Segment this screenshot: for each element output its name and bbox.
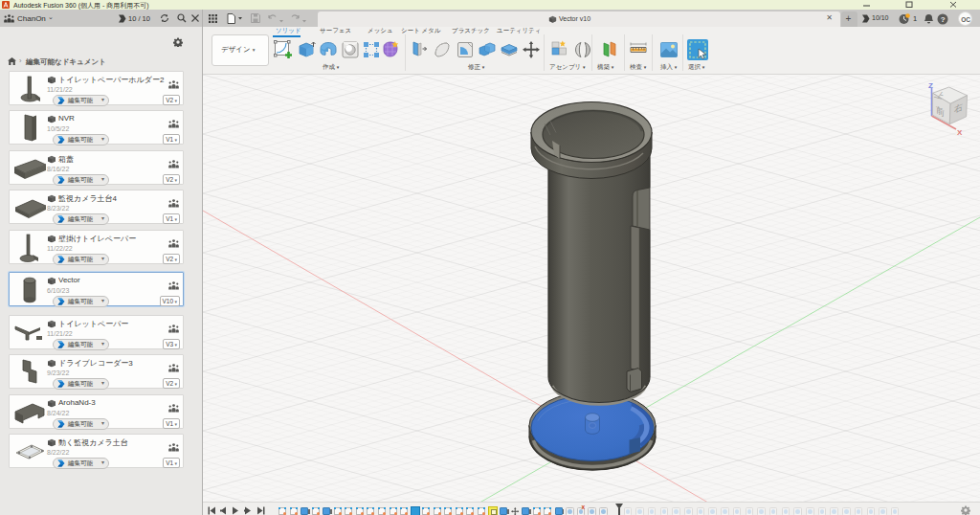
svg-text:X: X [957,128,963,137]
svg-text:Z: Z [928,81,933,90]
svg-text:?: ? [941,14,946,23]
